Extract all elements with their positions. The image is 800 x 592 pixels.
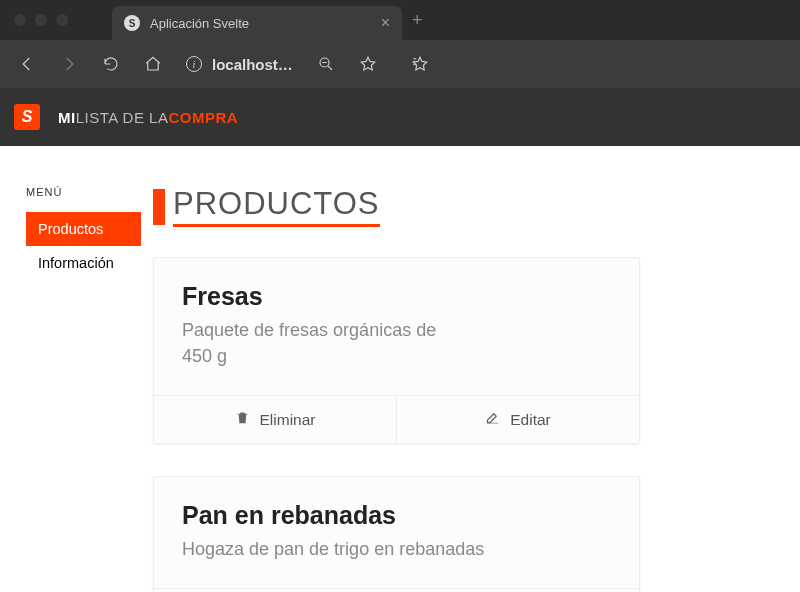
delete-button[interactable]: Eliminar (154, 396, 397, 443)
page-title: PRODUCTOS (173, 186, 380, 227)
delete-label: Eliminar (260, 411, 316, 429)
main-panel: PRODUCTOS Fresas Paquete de fresas orgán… (153, 186, 800, 592)
tab-favicon-icon: S (124, 15, 140, 31)
trash-icon (235, 410, 250, 429)
forward-button[interactable] (52, 47, 86, 81)
app-brand: MILISTA DE LACOMPRA (58, 109, 238, 126)
product-card: Pan en rebanadas Hogaza de pan de trigo … (153, 476, 640, 592)
site-info-icon[interactable]: i (186, 56, 202, 72)
sidebar-item-productos[interactable]: Productos (26, 212, 141, 246)
edit-label: Editar (510, 411, 551, 429)
product-name: Fresas (182, 282, 611, 311)
zoom-out-button[interactable] (309, 47, 343, 81)
browser-toolbar: i localhost… (0, 40, 800, 88)
title-accent-bar (153, 189, 165, 225)
app-header: S MILISTA DE LACOMPRA (0, 88, 800, 146)
product-actions: Eliminar Editar (154, 395, 639, 443)
refresh-button[interactable] (94, 47, 128, 81)
window-min-dot[interactable] (35, 14, 47, 26)
content-area: MENÚ Productos Información PRODUCTOS Fre… (0, 146, 800, 592)
sidebar-item-label: Productos (38, 221, 103, 237)
favorite-button[interactable] (351, 47, 385, 81)
edit-button[interactable]: Editar (397, 396, 639, 443)
url-text: localhost… (212, 56, 293, 73)
product-card-body: Pan en rebanadas Hogaza de pan de trigo … (154, 477, 639, 588)
product-actions: Eliminar Editar (154, 588, 639, 592)
page-title-wrap: PRODUCTOS (153, 186, 640, 227)
browser-tab-bar: S Aplicación Svelte × + (0, 0, 800, 40)
tab-close-icon[interactable]: × (381, 15, 390, 31)
window-max-dot[interactable] (56, 14, 68, 26)
window-controls (0, 14, 82, 26)
edit-icon (485, 410, 500, 429)
window-close-dot[interactable] (14, 14, 26, 26)
reading-list-button[interactable] (403, 47, 437, 81)
brand-part-compra: COMPRA (168, 109, 238, 126)
brand-part-lista: LISTA DE LA (76, 109, 169, 126)
product-description: Paquete de fresas orgánicas de 450 g (182, 317, 462, 369)
product-card: Fresas Paquete de fresas orgánicas de 45… (153, 257, 640, 444)
back-button[interactable] (10, 47, 44, 81)
brand-part-mi: MI (58, 109, 76, 126)
tab-title: Aplicación Svelte (150, 16, 371, 31)
product-name: Pan en rebanadas (182, 501, 611, 530)
sidebar-item-label: Información (38, 255, 114, 271)
browser-tab[interactable]: S Aplicación Svelte × (112, 6, 402, 40)
product-card-body: Fresas Paquete de fresas orgánicas de 45… (154, 258, 639, 395)
product-description: Hogaza de pan de trigo en rebanadas (182, 536, 611, 562)
svelte-logo-icon: S (14, 104, 40, 130)
home-button[interactable] (136, 47, 170, 81)
menu-heading: MENÚ (26, 186, 141, 198)
sidebar-item-informacion[interactable]: Información (26, 246, 141, 280)
new-tab-button[interactable]: + (412, 10, 423, 31)
address-bar[interactable]: i localhost… (178, 56, 301, 73)
sidebar: MENÚ Productos Información (26, 186, 141, 592)
